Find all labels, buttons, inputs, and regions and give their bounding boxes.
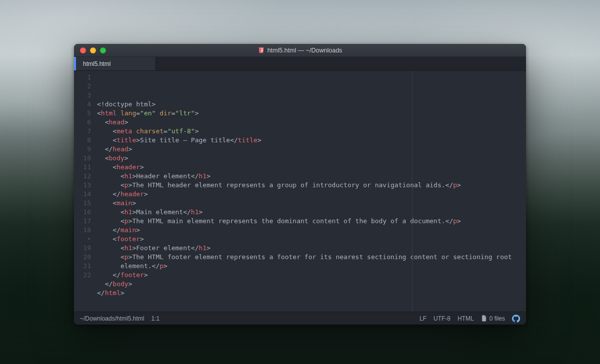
code-line[interactable]: </head> [97, 145, 526, 154]
code-line[interactable]: </html> [97, 289, 526, 298]
status-filepath[interactable]: ~/Downloads/html5.html [80, 315, 144, 322]
line-number[interactable]: 21 [74, 262, 91, 271]
line-number[interactable]: 10 [74, 154, 91, 163]
line-number[interactable]: 17 [74, 217, 91, 226]
status-encoding[interactable]: UTF-8 [434, 315, 450, 322]
line-number[interactable]: 5 [74, 109, 91, 118]
github-icon[interactable] [512, 315, 520, 323]
code-line[interactable]: <!doctype html> [97, 100, 526, 109]
code-line[interactable]: <p>The HTML footer element represents a … [97, 253, 526, 262]
code-line[interactable]: <body> [97, 154, 526, 163]
status-language[interactable]: HTML [458, 315, 474, 322]
line-number[interactable]: 14 [74, 190, 91, 199]
line-number[interactable]: 15 [74, 199, 91, 208]
titlebar[interactable]: html5.html — ~/Downloads [74, 44, 526, 57]
code-line[interactable]: <h1>Main element</h1> [97, 208, 526, 217]
status-line-ending[interactable]: LF [420, 315, 426, 322]
code-line[interactable]: <meta charset="utf-8"> [97, 127, 526, 136]
minimize-window-button[interactable] [90, 47, 96, 53]
code-line[interactable]: <h1>Footer element</h1> [97, 244, 526, 253]
code-line[interactable]: element.</p> [97, 262, 526, 271]
code-line[interactable]: <p>The HTML header element represents a … [97, 181, 526, 190]
editor-body[interactable]: 123456789101112131415161718•19202122 <!d… [74, 71, 526, 312]
code-line[interactable]: <title>Site title – Page title</title> [97, 136, 526, 145]
line-number[interactable]: • [74, 235, 91, 244]
line-number[interactable]: 22 [74, 271, 91, 280]
code-line[interactable]: </footer> [97, 271, 526, 280]
zoom-window-button[interactable] [100, 47, 106, 53]
close-window-button[interactable] [80, 47, 86, 53]
window-title: html5.html — ~/Downloads [74, 47, 526, 54]
git-files-text: 0 files [490, 315, 505, 322]
code-line[interactable]: </main> [97, 226, 526, 235]
code-line[interactable]: </header> [97, 190, 526, 199]
line-number[interactable]: 19 [74, 244, 91, 253]
window-controls [80, 47, 106, 53]
line-number[interactable]: 11 [74, 163, 91, 172]
line-number[interactable]: 3 [74, 91, 91, 100]
line-number[interactable]: 2 [74, 82, 91, 91]
tab-html5[interactable]: html5.html [76, 57, 156, 70]
git-files-indicator[interactable]: 0 files [481, 315, 505, 322]
code-line[interactable] [97, 298, 526, 307]
line-number[interactable]: 12 [74, 172, 91, 181]
window-title-text: html5.html — ~/Downloads [268, 47, 342, 54]
code-line[interactable]: <p>The HTML main element represents the … [97, 217, 526, 226]
line-number-gutter[interactable]: 123456789101112131415161718•19202122 [74, 71, 96, 312]
line-number[interactable]: 20 [74, 253, 91, 262]
status-bar: ~/Downloads/html5.html 1:1 LF UTF-8 HTML… [74, 312, 526, 325]
code-line[interactable]: <footer> [97, 235, 526, 244]
line-number[interactable]: 6 [74, 118, 91, 127]
line-number[interactable]: 18 [74, 226, 91, 235]
tab-label: html5.html [83, 60, 110, 67]
line-number[interactable]: 7 [74, 127, 91, 136]
html-file-icon [258, 47, 264, 53]
line-number[interactable]: 13 [74, 181, 91, 190]
code-line[interactable]: <header> [97, 163, 526, 172]
line-number[interactable]: 4 [74, 100, 91, 109]
line-number[interactable]: 1 [74, 73, 91, 82]
editor-window: html5.html — ~/Downloads html5.html 1234… [74, 44, 526, 325]
line-number[interactable]: 8 [74, 136, 91, 145]
line-number[interactable]: 9 [74, 145, 91, 154]
tab-bar[interactable]: html5.html [74, 57, 526, 71]
status-cursor-position[interactable]: 1:1 [151, 315, 160, 322]
code-area[interactable]: <!doctype html><html lang="en" dir="ltr"… [96, 71, 526, 312]
code-line[interactable]: <head> [97, 118, 526, 127]
code-line[interactable]: </body> [97, 280, 526, 289]
code-line[interactable]: <h1>Header element</h1> [97, 172, 526, 181]
code-line[interactable]: <main> [97, 199, 526, 208]
line-number[interactable]: 16 [74, 208, 91, 217]
wrap-guide [412, 71, 412, 312]
code-line[interactable]: <html lang="en" dir="ltr"> [97, 109, 526, 118]
